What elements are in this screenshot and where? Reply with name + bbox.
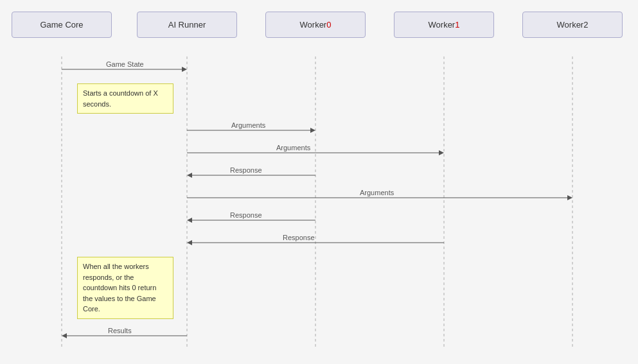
svg-marker-10 [439, 150, 444, 155]
actor-worker1-label: Worker1 [429, 20, 460, 30]
note-countdown-text: Starts a countdown of X seconds. [83, 89, 158, 108]
label-response1: Response [230, 166, 262, 174]
svg-marker-6 [182, 67, 187, 72]
svg-marker-18 [187, 240, 192, 245]
actor-worker0-label: Worker0 [300, 20, 332, 30]
note-workers-respond: When all the workers responds, or the co… [77, 257, 173, 319]
actor-worker1: Worker1 [394, 12, 494, 38]
label-args2: Arguments [276, 144, 310, 152]
actor-worker2: Worker2 [522, 12, 623, 38]
label-game-state: Game State [106, 60, 144, 68]
actor-worker0: Worker0 [265, 12, 366, 38]
svg-marker-16 [187, 218, 192, 223]
svg-marker-20 [62, 333, 67, 338]
label-results: Results [108, 327, 132, 334]
label-response2: Response [230, 211, 262, 219]
label-args3: Arguments [360, 189, 394, 196]
actor-worker2-label: Worker2 [557, 20, 589, 30]
label-args1: Arguments [231, 121, 265, 129]
actor-ai-runner: AI Runner [137, 12, 237, 38]
note-countdown: Starts a countdown of X seconds. [77, 83, 173, 114]
actor-ai-runner-label: AI Runner [168, 20, 206, 30]
label-response3: Response [283, 234, 315, 241]
actor-game-core-label: Game Core [40, 20, 83, 30]
svg-marker-14 [567, 195, 572, 200]
svg-marker-12 [187, 173, 192, 178]
actor-game-core: Game Core [12, 12, 112, 38]
svg-marker-8 [310, 128, 315, 133]
note-workers-respond-text: When all the workers responds, or the co… [83, 263, 156, 313]
diagram-container: Game Core AI Runner Worker0 Worker1 Work… [0, 0, 638, 364]
